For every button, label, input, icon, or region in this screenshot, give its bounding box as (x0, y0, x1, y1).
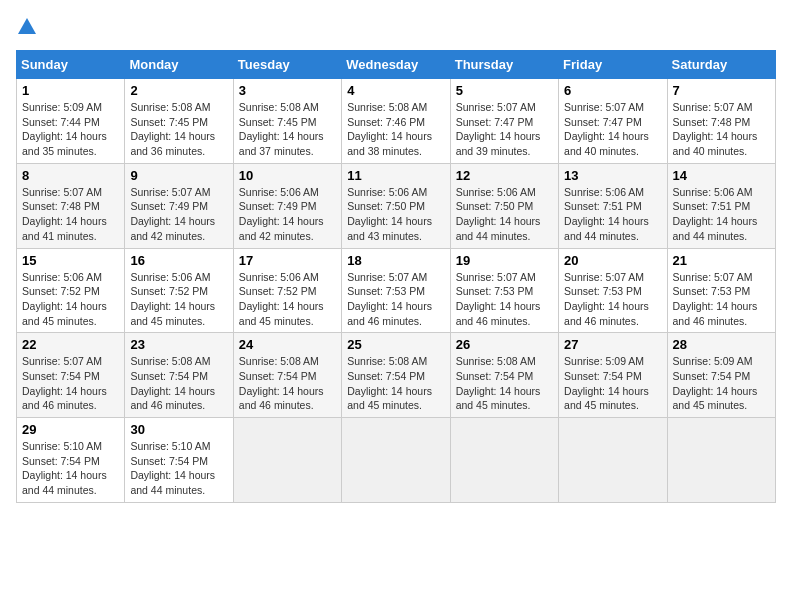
day-number: 23 (130, 337, 227, 352)
day-number: 25 (347, 337, 444, 352)
day-info: Sunrise: 5:08 AMSunset: 7:54 PMDaylight:… (239, 354, 336, 413)
day-number: 19 (456, 253, 553, 268)
day-number: 4 (347, 83, 444, 98)
calendar-cell: 2Sunrise: 5:08 AMSunset: 7:45 PMDaylight… (125, 79, 233, 164)
calendar-week-2: 8Sunrise: 5:07 AMSunset: 7:48 PMDaylight… (17, 163, 776, 248)
calendar-cell: 12Sunrise: 5:06 AMSunset: 7:50 PMDayligh… (450, 163, 558, 248)
column-header-monday: Monday (125, 51, 233, 79)
day-number: 18 (347, 253, 444, 268)
day-info: Sunrise: 5:06 AMSunset: 7:52 PMDaylight:… (130, 270, 227, 329)
day-info: Sunrise: 5:09 AMSunset: 7:54 PMDaylight:… (564, 354, 661, 413)
day-number: 14 (673, 168, 770, 183)
day-number: 28 (673, 337, 770, 352)
calendar-cell: 15Sunrise: 5:06 AMSunset: 7:52 PMDayligh… (17, 248, 125, 333)
day-info: Sunrise: 5:06 AMSunset: 7:50 PMDaylight:… (456, 185, 553, 244)
calendar-cell: 1Sunrise: 5:09 AMSunset: 7:44 PMDaylight… (17, 79, 125, 164)
page-header (16, 16, 776, 38)
calendar-cell: 16Sunrise: 5:06 AMSunset: 7:52 PMDayligh… (125, 248, 233, 333)
calendar-table: SundayMondayTuesdayWednesdayThursdayFrid… (16, 50, 776, 503)
calendar-cell: 17Sunrise: 5:06 AMSunset: 7:52 PMDayligh… (233, 248, 341, 333)
day-number: 2 (130, 83, 227, 98)
day-number: 6 (564, 83, 661, 98)
day-info: Sunrise: 5:08 AMSunset: 7:54 PMDaylight:… (347, 354, 444, 413)
calendar-cell: 6Sunrise: 5:07 AMSunset: 7:47 PMDaylight… (559, 79, 667, 164)
calendar-cell (342, 418, 450, 503)
calendar-cell: 8Sunrise: 5:07 AMSunset: 7:48 PMDaylight… (17, 163, 125, 248)
calendar-cell: 26Sunrise: 5:08 AMSunset: 7:54 PMDayligh… (450, 333, 558, 418)
day-number: 17 (239, 253, 336, 268)
calendar-cell: 19Sunrise: 5:07 AMSunset: 7:53 PMDayligh… (450, 248, 558, 333)
calendar-cell: 22Sunrise: 5:07 AMSunset: 7:54 PMDayligh… (17, 333, 125, 418)
calendar-week-1: 1Sunrise: 5:09 AMSunset: 7:44 PMDaylight… (17, 79, 776, 164)
calendar-cell: 4Sunrise: 5:08 AMSunset: 7:46 PMDaylight… (342, 79, 450, 164)
calendar-cell (667, 418, 775, 503)
calendar-cell: 3Sunrise: 5:08 AMSunset: 7:45 PMDaylight… (233, 79, 341, 164)
day-info: Sunrise: 5:06 AMSunset: 7:51 PMDaylight:… (564, 185, 661, 244)
day-number: 20 (564, 253, 661, 268)
column-header-saturday: Saturday (667, 51, 775, 79)
calendar-cell: 28Sunrise: 5:09 AMSunset: 7:54 PMDayligh… (667, 333, 775, 418)
logo-icon (16, 16, 38, 38)
calendar-cell: 27Sunrise: 5:09 AMSunset: 7:54 PMDayligh… (559, 333, 667, 418)
day-number: 15 (22, 253, 119, 268)
calendar-cell: 13Sunrise: 5:06 AMSunset: 7:51 PMDayligh… (559, 163, 667, 248)
calendar-cell: 7Sunrise: 5:07 AMSunset: 7:48 PMDaylight… (667, 79, 775, 164)
calendar-cell: 9Sunrise: 5:07 AMSunset: 7:49 PMDaylight… (125, 163, 233, 248)
day-number: 11 (347, 168, 444, 183)
day-number: 21 (673, 253, 770, 268)
day-number: 22 (22, 337, 119, 352)
day-number: 9 (130, 168, 227, 183)
day-info: Sunrise: 5:07 AMSunset: 7:47 PMDaylight:… (456, 100, 553, 159)
calendar-cell: 21Sunrise: 5:07 AMSunset: 7:53 PMDayligh… (667, 248, 775, 333)
calendar-cell: 25Sunrise: 5:08 AMSunset: 7:54 PMDayligh… (342, 333, 450, 418)
day-number: 27 (564, 337, 661, 352)
day-info: Sunrise: 5:07 AMSunset: 7:47 PMDaylight:… (564, 100, 661, 159)
day-info: Sunrise: 5:07 AMSunset: 7:53 PMDaylight:… (673, 270, 770, 329)
day-number: 13 (564, 168, 661, 183)
day-number: 10 (239, 168, 336, 183)
column-header-wednesday: Wednesday (342, 51, 450, 79)
day-number: 1 (22, 83, 119, 98)
column-header-tuesday: Tuesday (233, 51, 341, 79)
day-info: Sunrise: 5:08 AMSunset: 7:54 PMDaylight:… (130, 354, 227, 413)
day-number: 24 (239, 337, 336, 352)
day-info: Sunrise: 5:07 AMSunset: 7:48 PMDaylight:… (673, 100, 770, 159)
calendar-cell: 24Sunrise: 5:08 AMSunset: 7:54 PMDayligh… (233, 333, 341, 418)
day-number: 8 (22, 168, 119, 183)
day-info: Sunrise: 5:08 AMSunset: 7:45 PMDaylight:… (239, 100, 336, 159)
day-number: 16 (130, 253, 227, 268)
day-info: Sunrise: 5:07 AMSunset: 7:53 PMDaylight:… (564, 270, 661, 329)
day-number: 30 (130, 422, 227, 437)
day-info: Sunrise: 5:08 AMSunset: 7:54 PMDaylight:… (456, 354, 553, 413)
calendar-week-3: 15Sunrise: 5:06 AMSunset: 7:52 PMDayligh… (17, 248, 776, 333)
calendar-cell: 5Sunrise: 5:07 AMSunset: 7:47 PMDaylight… (450, 79, 558, 164)
day-info: Sunrise: 5:06 AMSunset: 7:51 PMDaylight:… (673, 185, 770, 244)
day-info: Sunrise: 5:06 AMSunset: 7:52 PMDaylight:… (239, 270, 336, 329)
day-info: Sunrise: 5:08 AMSunset: 7:45 PMDaylight:… (130, 100, 227, 159)
day-info: Sunrise: 5:07 AMSunset: 7:48 PMDaylight:… (22, 185, 119, 244)
day-number: 3 (239, 83, 336, 98)
calendar-cell: 20Sunrise: 5:07 AMSunset: 7:53 PMDayligh… (559, 248, 667, 333)
day-info: Sunrise: 5:06 AMSunset: 7:50 PMDaylight:… (347, 185, 444, 244)
logo (16, 16, 40, 38)
day-info: Sunrise: 5:10 AMSunset: 7:54 PMDaylight:… (130, 439, 227, 498)
day-number: 7 (673, 83, 770, 98)
svg-marker-0 (18, 18, 36, 34)
calendar-cell: 29Sunrise: 5:10 AMSunset: 7:54 PMDayligh… (17, 418, 125, 503)
calendar-cell: 23Sunrise: 5:08 AMSunset: 7:54 PMDayligh… (125, 333, 233, 418)
calendar-cell: 11Sunrise: 5:06 AMSunset: 7:50 PMDayligh… (342, 163, 450, 248)
day-info: Sunrise: 5:07 AMSunset: 7:53 PMDaylight:… (456, 270, 553, 329)
calendar-cell (450, 418, 558, 503)
column-header-sunday: Sunday (17, 51, 125, 79)
calendar-cell (233, 418, 341, 503)
day-info: Sunrise: 5:07 AMSunset: 7:53 PMDaylight:… (347, 270, 444, 329)
day-number: 5 (456, 83, 553, 98)
day-info: Sunrise: 5:09 AMSunset: 7:44 PMDaylight:… (22, 100, 119, 159)
column-header-thursday: Thursday (450, 51, 558, 79)
day-info: Sunrise: 5:08 AMSunset: 7:46 PMDaylight:… (347, 100, 444, 159)
day-number: 29 (22, 422, 119, 437)
calendar-cell: 10Sunrise: 5:06 AMSunset: 7:49 PMDayligh… (233, 163, 341, 248)
calendar-cell (559, 418, 667, 503)
calendar-cell: 30Sunrise: 5:10 AMSunset: 7:54 PMDayligh… (125, 418, 233, 503)
day-info: Sunrise: 5:10 AMSunset: 7:54 PMDaylight:… (22, 439, 119, 498)
